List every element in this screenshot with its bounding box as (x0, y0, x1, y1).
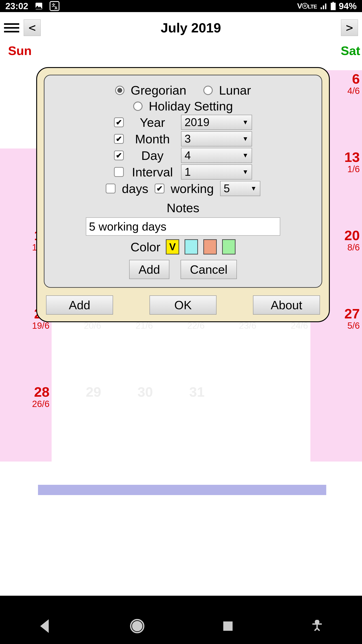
checkbox-year[interactable] (114, 118, 124, 127)
month-title: July 2019 (45, 20, 337, 36)
checkbox-working[interactable] (155, 184, 164, 194)
android-navbar (0, 608, 362, 644)
checkbox-day[interactable] (114, 150, 124, 160)
cal-cell[interactable] (207, 383, 259, 462)
color-swatch-cyan[interactable] (185, 239, 198, 254)
radio-gregorian[interactable] (115, 86, 124, 95)
color-swatch-yellow[interactable]: V (166, 239, 179, 254)
label-days: days (122, 181, 148, 196)
select-month[interactable]: 3 (181, 131, 252, 146)
svg-rect-8 (224, 622, 232, 630)
menu-icon[interactable] (4, 20, 19, 35)
label-gregorian: Gregorian (131, 83, 186, 98)
svg-point-9 (316, 621, 319, 624)
select-year[interactable]: 2019 (181, 115, 252, 130)
app-header: < July 2019 > (0, 12, 362, 44)
checkbox-interval[interactable] (114, 167, 124, 177)
label-lunar: Lunar (219, 83, 251, 98)
recent-icon[interactable] (222, 620, 234, 632)
label-color: Color (130, 240, 160, 254)
cal-cell[interactable]: 2826/6 (0, 383, 52, 462)
dialog-inner: Gregorian Lunar Holiday Setting Year 201… (44, 75, 322, 288)
svg-rect-4 (331, 3, 336, 10)
dialog-ok-button[interactable]: OK (149, 296, 217, 314)
label-holiday: Holiday Setting (149, 99, 233, 113)
home-icon[interactable] (129, 618, 145, 634)
cal-cell[interactable]: 30 (103, 383, 155, 462)
purple-strip (38, 485, 326, 495)
color-swatch-salmon[interactable] (203, 239, 217, 254)
image-icon (34, 2, 43, 10)
status-time: 23:02 (5, 1, 28, 11)
select-interval[interactable]: 1 (181, 164, 252, 180)
cal-cell[interactable] (310, 383, 362, 462)
cal-cell[interactable] (259, 383, 310, 462)
radio-holiday[interactable] (133, 102, 143, 111)
svg-rect-5 (332, 2, 334, 3)
notes-input[interactable] (86, 217, 280, 236)
select-day[interactable]: 4 (181, 148, 252, 163)
radio-lunar[interactable] (203, 86, 213, 95)
dialog-about-button[interactable]: About (253, 296, 320, 314)
android-status-bar: 23:02 文A V⦾LTE 94% (0, 0, 362, 12)
svg-text:A: A (54, 6, 57, 10)
battery-icon (331, 2, 336, 10)
label-month: Month (130, 132, 175, 146)
label-working: working (171, 181, 214, 196)
label-day: Day (130, 148, 175, 163)
label-notes: Notes (50, 200, 316, 215)
black-spacer (0, 596, 362, 608)
checkbox-month[interactable] (114, 134, 124, 144)
prev-month-button[interactable]: < (24, 20, 41, 36)
weekday-sat: Sat (341, 44, 362, 58)
signal-icon (320, 2, 328, 10)
back-icon[interactable] (39, 620, 52, 633)
event-dialog: Gregorian Lunar Holiday Setting Year 201… (36, 67, 330, 322)
dialog-add-button[interactable]: Add (46, 296, 113, 314)
inner-cancel-button[interactable]: Cancel (181, 260, 237, 279)
volte-icon: V⦾LTE (297, 2, 317, 10)
next-month-button[interactable]: > (341, 20, 358, 36)
translate-icon: 文A (50, 1, 59, 11)
battery-percent: 94% (339, 1, 357, 11)
svg-point-7 (133, 622, 141, 630)
label-year: Year (130, 115, 175, 130)
label-interval: Interval (130, 165, 175, 179)
weekday-sun: Sun (0, 44, 32, 58)
inner-add-button[interactable]: Add (129, 260, 169, 279)
cal-cell[interactable]: 31 (155, 383, 207, 462)
accessibility-icon[interactable] (311, 620, 323, 632)
color-swatch-green[interactable] (222, 239, 236, 254)
select-working[interactable]: 5 (220, 181, 260, 196)
cal-cell[interactable]: 29 (52, 383, 103, 462)
checkbox-days[interactable] (106, 184, 115, 194)
